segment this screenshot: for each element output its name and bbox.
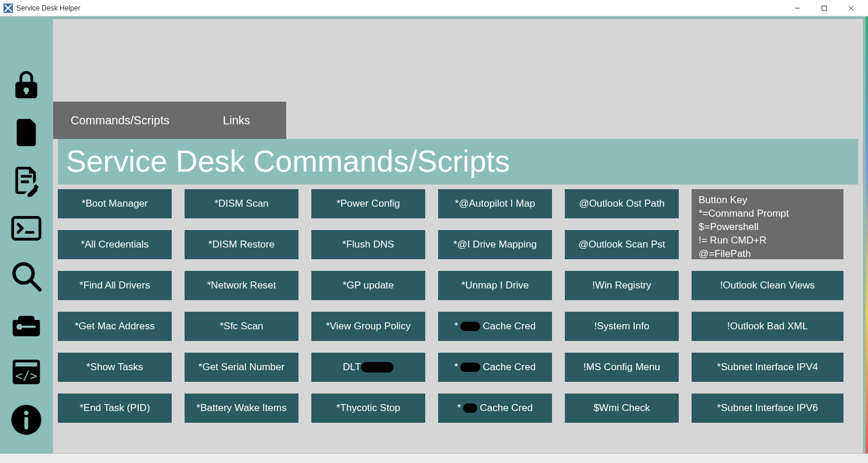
- svg-rect-11: [15, 363, 37, 367]
- redacted-text: [460, 363, 480, 372]
- key-line-2: $=Powershell: [699, 221, 836, 234]
- redacted-text: [460, 322, 480, 331]
- btn-wmi-check[interactable]: $Wmi Check: [565, 394, 679, 423]
- terminal-icon[interactable]: [6, 210, 47, 247]
- btn-boot-manager[interactable]: *Boot Manager: [58, 189, 172, 218]
- tab-bar: Commands/Scripts Links: [53, 102, 863, 139]
- key-heading: Button Key: [699, 194, 836, 207]
- main-panel: Commands/Scripts Links Service Desk Comm…: [53, 16, 867, 454]
- svg-rect-2: [822, 6, 827, 11]
- btn-dlt-label: DLT: [343, 361, 361, 373]
- svg-line-7: [30, 280, 40, 290]
- btn-gp-update[interactable]: *GP update: [311, 271, 425, 300]
- svg-rect-9: [22, 326, 36, 328]
- key-line-1: *=Command Prompt: [699, 207, 836, 221]
- btn-network-reset[interactable]: *Network Reset: [185, 271, 298, 300]
- document-icon[interactable]: [6, 114, 47, 151]
- btn-ms-config-menu[interactable]: !MS Config Menu: [565, 353, 679, 382]
- btn-dlt-redacted[interactable]: DLT: [311, 353, 425, 382]
- grid-col-1: *Boot Manager *All Credentials *Find All…: [58, 189, 172, 423]
- btn-cache-cred-3[interactable]: *Cache Cred: [438, 394, 552, 423]
- btn-unmap-i-drive[interactable]: *Unmap I Drive: [438, 271, 552, 300]
- svg-point-14: [24, 411, 28, 415]
- btn-all-credentials[interactable]: *All Credentials: [58, 230, 172, 259]
- btn-sfc-scan[interactable]: *Sfc Scan: [185, 312, 298, 341]
- minimize-button[interactable]: [784, 0, 811, 16]
- svg-rect-15: [25, 417, 29, 429]
- sidebar: </>: [0, 16, 53, 454]
- btn-system-info[interactable]: !System Info: [565, 312, 679, 341]
- app-icon: [4, 4, 13, 13]
- btn-dism-restore[interactable]: *DISM Restore: [185, 230, 298, 259]
- tab-links[interactable]: Links: [187, 102, 286, 139]
- btn-outlook-ost-path[interactable]: @Outlook Ost Path: [565, 189, 679, 218]
- btn-i-drive-mapping[interactable]: *@I Drive Mapping: [438, 230, 552, 259]
- grid-col-2: *DISM Scan *DISM Restore *Network Reset …: [185, 189, 298, 423]
- info-icon[interactable]: [6, 401, 47, 438]
- grid-col-3: *Power Config *Flush DNS *GP update *Vie…: [311, 189, 425, 423]
- btn-dism-scan[interactable]: *DISM Scan: [185, 189, 298, 218]
- key-line-3: != Run CMD+R: [699, 234, 836, 248]
- btn-flush-dns[interactable]: *Flush DNS: [311, 230, 425, 259]
- code-window-icon[interactable]: </>: [6, 353, 47, 391]
- search-icon[interactable]: [6, 257, 47, 295]
- btn-get-serial-number[interactable]: *Get Serial Number: [185, 353, 298, 382]
- btn-autopilot-i-map[interactable]: *@Autopilot I Map: [438, 189, 552, 218]
- content-area: Service Desk Commands/Scripts *Boot Mana…: [53, 139, 863, 454]
- grid-col-5: @Outlook Ost Path @Outlook Scan Pst !Win…: [565, 189, 679, 423]
- btn-end-task-pid[interactable]: *End Task (PID): [58, 394, 172, 423]
- toolbox-icon[interactable]: [6, 305, 47, 343]
- svg-text:</>: </>: [15, 369, 37, 383]
- redacted-text: [361, 362, 394, 373]
- btn-show-tasks[interactable]: *Show Tasks: [58, 353, 172, 382]
- redacted-text: [463, 403, 477, 413]
- edit-document-icon[interactable]: [6, 162, 47, 199]
- maximize-button[interactable]: [811, 0, 838, 16]
- page-title: Service Desk Commands/Scripts: [58, 139, 858, 184]
- btn-outlook-bad-xml[interactable]: !Outlook Bad XML: [692, 312, 843, 341]
- btn-battery-wake-items[interactable]: *Battery Wake Items: [185, 394, 298, 423]
- btn-cache-cred-1[interactable]: *Cache Cred: [438, 312, 552, 341]
- btn-subnet-interface-ipv6[interactable]: *Subnet Interface IPV6: [692, 394, 843, 423]
- close-button[interactable]: [838, 0, 864, 16]
- btn-subnet-interface-ipv4[interactable]: *Subnet Interface IPV4: [692, 353, 843, 382]
- btn-thycotic-stop[interactable]: *Thycotic Stop: [311, 394, 425, 423]
- grid-col-4: *@Autopilot I Map *@I Drive Mapping *Unm…: [438, 189, 552, 423]
- btn-find-all-drivers[interactable]: *Find All Drivers: [58, 271, 172, 300]
- svg-rect-5: [13, 217, 40, 239]
- btn-cache-cred-2[interactable]: *Cache Cred: [438, 353, 552, 382]
- header-area: [53, 19, 863, 102]
- svg-point-8: [16, 324, 22, 330]
- titlebar: Service Desk Helper: [0, 0, 868, 16]
- window-title: Service Desk Helper: [16, 4, 80, 12]
- tab-commands[interactable]: Commands/Scripts: [53, 102, 187, 139]
- btn-win-registry[interactable]: !Win Registry: [565, 271, 679, 300]
- app-window: </> Commands/Scripts Links Service Desk …: [0, 16, 867, 454]
- grid-col-6: Button Key *=Command Prompt $=Powershell…: [692, 189, 843, 423]
- btn-power-config[interactable]: *Power Config: [311, 189, 425, 218]
- btn-outlook-clean-views[interactable]: !Outlook Clean Views: [692, 271, 843, 300]
- desktop-bottom: [0, 454, 868, 463]
- key-line-4: @=FilePath: [699, 248, 836, 261]
- button-grid: *Boot Manager *All Credentials *Find All…: [58, 189, 858, 423]
- desktop-edge: [866, 16, 868, 463]
- lock-icon[interactable]: [6, 66, 47, 103]
- btn-get-mac-address[interactable]: *Get Mac Address: [58, 312, 172, 341]
- btn-view-group-policy[interactable]: *View Group Policy: [311, 312, 425, 341]
- button-key-legend: Button Key *=Command Prompt $=Powershell…: [692, 189, 843, 259]
- btn-outlook-scan-pst[interactable]: @Outlook Scan Pst: [565, 230, 679, 259]
